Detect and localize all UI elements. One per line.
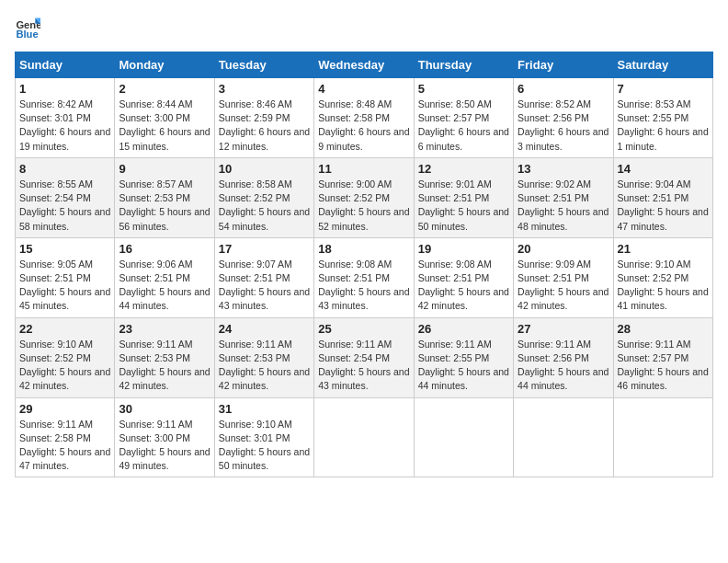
day-info: Sunrise: 9:11 AMSunset: 2:58 PMDaylight:… [19, 418, 110, 474]
weekday-header-tuesday: Tuesday [214, 52, 313, 78]
calendar-cell: 21 Sunrise: 9:10 AMSunset: 2:52 PMDaylig… [613, 237, 712, 317]
calendar-cell: 22 Sunrise: 9:10 AMSunset: 2:52 PMDaylig… [16, 317, 115, 397]
calendar-cell: 14 Sunrise: 9:04 AMSunset: 2:51 PMDaylig… [613, 157, 712, 237]
calendar-cell [414, 397, 513, 477]
calendar-week-row: 1 Sunrise: 8:42 AMSunset: 3:01 PMDayligh… [16, 78, 713, 158]
day-number: 22 [19, 322, 110, 336]
day-number: 16 [119, 242, 210, 256]
day-info: Sunrise: 8:44 AMSunset: 3:00 PMDaylight:… [119, 98, 210, 154]
svg-text:Blue: Blue [16, 29, 38, 40]
calendar-cell: 13 Sunrise: 9:02 AMSunset: 2:51 PMDaylig… [514, 157, 613, 237]
day-info: Sunrise: 9:06 AMSunset: 2:51 PMDaylight:… [119, 258, 210, 314]
day-info: Sunrise: 8:57 AMSunset: 2:53 PMDaylight:… [119, 178, 210, 234]
day-info: Sunrise: 9:07 AMSunset: 2:51 PMDaylight:… [219, 258, 310, 314]
day-number: 21 [618, 242, 709, 256]
day-number: 29 [19, 402, 110, 416]
day-number: 30 [119, 402, 210, 416]
calendar-cell [514, 397, 613, 477]
day-info: Sunrise: 8:48 AMSunset: 2:58 PMDaylight:… [318, 98, 409, 154]
day-number: 10 [219, 162, 310, 176]
page-header: General Blue [15, 15, 713, 40]
calendar-cell: 8 Sunrise: 8:55 AMSunset: 2:54 PMDayligh… [16, 157, 115, 237]
weekday-header-saturday: Saturday [613, 52, 712, 78]
day-info: Sunrise: 9:00 AMSunset: 2:52 PMDaylight:… [318, 178, 409, 234]
day-number: 15 [19, 242, 110, 256]
day-number: 23 [119, 322, 210, 336]
weekday-header-row: SundayMondayTuesdayWednesdayThursdayFrid… [16, 52, 713, 78]
day-number: 20 [518, 242, 609, 256]
weekday-header-monday: Monday [115, 52, 214, 78]
day-info: Sunrise: 9:01 AMSunset: 2:51 PMDaylight:… [418, 178, 509, 234]
day-number: 13 [518, 162, 609, 176]
day-info: Sunrise: 8:50 AMSunset: 2:57 PMDaylight:… [418, 98, 509, 154]
day-info: Sunrise: 9:11 AMSunset: 3:00 PMDaylight:… [119, 418, 210, 474]
calendar-week-row: 8 Sunrise: 8:55 AMSunset: 2:54 PMDayligh… [16, 157, 713, 237]
calendar-week-row: 15 Sunrise: 9:05 AMSunset: 2:51 PMDaylig… [16, 237, 713, 317]
day-info: Sunrise: 9:10 AMSunset: 2:52 PMDaylight:… [19, 338, 110, 394]
day-info: Sunrise: 8:46 AMSunset: 2:59 PMDaylight:… [219, 98, 310, 154]
calendar-week-row: 29 Sunrise: 9:11 AMSunset: 2:58 PMDaylig… [16, 397, 713, 477]
day-info: Sunrise: 9:11 AMSunset: 2:56 PMDaylight:… [518, 338, 609, 394]
day-number: 18 [318, 242, 409, 256]
day-info: Sunrise: 8:55 AMSunset: 2:54 PMDaylight:… [19, 178, 110, 234]
day-number: 11 [318, 162, 409, 176]
weekday-header-sunday: Sunday [16, 52, 115, 78]
logo: General Blue [15, 15, 40, 40]
calendar-cell: 4 Sunrise: 8:48 AMSunset: 2:58 PMDayligh… [314, 78, 414, 158]
day-info: Sunrise: 9:11 AMSunset: 2:53 PMDaylight:… [119, 338, 210, 394]
calendar-cell: 6 Sunrise: 8:52 AMSunset: 2:56 PMDayligh… [514, 78, 613, 158]
day-number: 28 [618, 322, 709, 336]
day-number: 14 [618, 162, 709, 176]
calendar-cell: 15 Sunrise: 9:05 AMSunset: 2:51 PMDaylig… [16, 237, 115, 317]
calendar-cell: 5 Sunrise: 8:50 AMSunset: 2:57 PMDayligh… [414, 78, 513, 158]
calendar-cell: 24 Sunrise: 9:11 AMSunset: 2:53 PMDaylig… [214, 317, 313, 397]
day-number: 25 [318, 322, 409, 336]
calendar-cell: 17 Sunrise: 9:07 AMSunset: 2:51 PMDaylig… [214, 237, 313, 317]
calendar-cell: 25 Sunrise: 9:11 AMSunset: 2:54 PMDaylig… [314, 317, 414, 397]
calendar-cell: 11 Sunrise: 9:00 AMSunset: 2:52 PMDaylig… [314, 157, 414, 237]
day-info: Sunrise: 9:10 AMSunset: 3:01 PMDaylight:… [219, 418, 310, 474]
calendar-cell: 28 Sunrise: 9:11 AMSunset: 2:57 PMDaylig… [613, 317, 712, 397]
calendar-week-row: 22 Sunrise: 9:10 AMSunset: 2:52 PMDaylig… [16, 317, 713, 397]
calendar-cell: 29 Sunrise: 9:11 AMSunset: 2:58 PMDaylig… [16, 397, 115, 477]
day-number: 8 [19, 162, 110, 176]
calendar-cell: 26 Sunrise: 9:11 AMSunset: 2:55 PMDaylig… [414, 317, 513, 397]
day-number: 31 [219, 402, 310, 416]
day-info: Sunrise: 8:53 AMSunset: 2:55 PMDaylight:… [618, 98, 709, 154]
day-number: 26 [418, 322, 509, 336]
calendar-cell: 3 Sunrise: 8:46 AMSunset: 2:59 PMDayligh… [214, 78, 313, 158]
calendar-cell: 19 Sunrise: 9:08 AMSunset: 2:51 PMDaylig… [414, 237, 513, 317]
day-info: Sunrise: 9:11 AMSunset: 2:55 PMDaylight:… [418, 338, 509, 394]
day-info: Sunrise: 8:42 AMSunset: 3:01 PMDaylight:… [19, 98, 110, 154]
calendar-cell: 12 Sunrise: 9:01 AMSunset: 2:51 PMDaylig… [414, 157, 513, 237]
day-number: 9 [119, 162, 210, 176]
day-number: 6 [518, 82, 609, 96]
day-number: 19 [418, 242, 509, 256]
day-number: 24 [219, 322, 310, 336]
day-info: Sunrise: 9:04 AMSunset: 2:51 PMDaylight:… [618, 178, 709, 234]
day-info: Sunrise: 8:58 AMSunset: 2:52 PMDaylight:… [219, 178, 310, 234]
day-info: Sunrise: 9:11 AMSunset: 2:53 PMDaylight:… [219, 338, 310, 394]
calendar-cell: 30 Sunrise: 9:11 AMSunset: 3:00 PMDaylig… [115, 397, 214, 477]
calendar-cell: 18 Sunrise: 9:08 AMSunset: 2:51 PMDaylig… [314, 237, 414, 317]
day-number: 7 [618, 82, 709, 96]
calendar-cell: 9 Sunrise: 8:57 AMSunset: 2:53 PMDayligh… [115, 157, 214, 237]
weekday-header-wednesday: Wednesday [314, 52, 414, 78]
day-info: Sunrise: 9:02 AMSunset: 2:51 PMDaylight:… [518, 178, 609, 234]
day-number: 3 [219, 82, 310, 96]
calendar-cell: 1 Sunrise: 8:42 AMSunset: 3:01 PMDayligh… [16, 78, 115, 158]
calendar-cell: 7 Sunrise: 8:53 AMSunset: 2:55 PMDayligh… [613, 78, 712, 158]
calendar-cell: 2 Sunrise: 8:44 AMSunset: 3:00 PMDayligh… [115, 78, 214, 158]
logo-icon: General Blue [15, 15, 40, 40]
day-info: Sunrise: 9:05 AMSunset: 2:51 PMDaylight:… [19, 258, 110, 314]
day-info: Sunrise: 9:08 AMSunset: 2:51 PMDaylight:… [418, 258, 509, 314]
calendar-cell [613, 397, 712, 477]
calendar-cell: 16 Sunrise: 9:06 AMSunset: 2:51 PMDaylig… [115, 237, 214, 317]
calendar-cell: 23 Sunrise: 9:11 AMSunset: 2:53 PMDaylig… [115, 317, 214, 397]
calendar-cell: 20 Sunrise: 9:09 AMSunset: 2:51 PMDaylig… [514, 237, 613, 317]
calendar-cell: 10 Sunrise: 8:58 AMSunset: 2:52 PMDaylig… [214, 157, 313, 237]
day-info: Sunrise: 9:11 AMSunset: 2:57 PMDaylight:… [618, 338, 709, 394]
day-number: 27 [518, 322, 609, 336]
weekday-header-friday: Friday [514, 52, 613, 78]
day-number: 12 [418, 162, 509, 176]
